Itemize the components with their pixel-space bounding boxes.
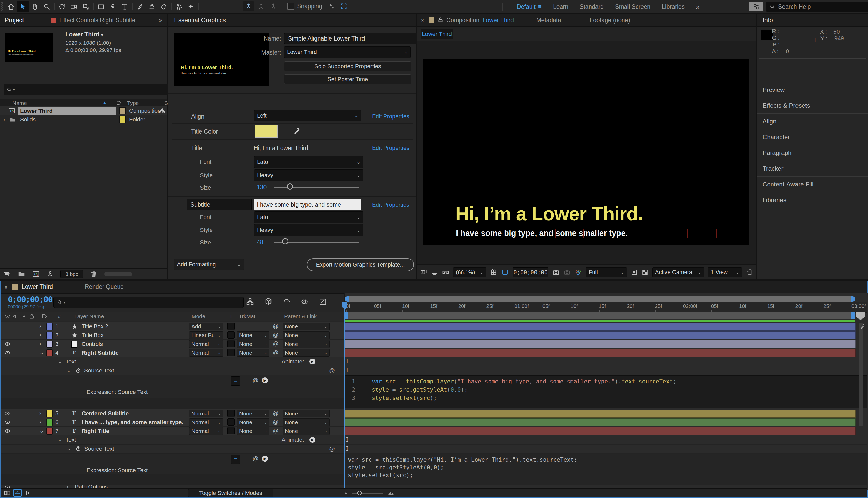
- keyframe-ibeam[interactable]: I: [346, 436, 349, 443]
- tool-pen[interactable]: [107, 1, 119, 12]
- tool-zoom[interactable]: [41, 1, 53, 12]
- layer-expand-chevron[interactable]: ›: [39, 419, 41, 425]
- comp-tab-name[interactable]: Lower Third: [483, 17, 514, 24]
- eg-name-input[interactable]: Simple Alignable Lower Third: [284, 33, 419, 44]
- layer-row-6[interactable]: ›6TI have ... type, and some smaller typ…: [1, 418, 344, 427]
- layer-parent-dropdown[interactable]: None⌄: [282, 349, 330, 357]
- tool-world-axis[interactable]: [256, 1, 266, 11]
- layer-t-switch[interactable]: [227, 323, 235, 330]
- tool-rotate[interactable]: [56, 1, 68, 12]
- tool-roto-brush[interactable]: [173, 1, 185, 12]
- view-layout-dropdown[interactable]: 1 View⌄: [708, 267, 742, 277]
- comp-panel-menu-icon[interactable]: ≡: [518, 16, 522, 24]
- add-formatting-dropdown[interactable]: Add Formatting⌄: [174, 259, 244, 270]
- tab-render-queue[interactable]: Render Queue: [85, 283, 124, 290]
- layer-label-swatch[interactable]: [47, 350, 53, 356]
- col-trkmat[interactable]: TrkMat: [239, 313, 255, 319]
- project-depth-button[interactable]: 8 bpc: [61, 270, 83, 278]
- title-font-dropdown[interactable]: Lato⌄: [254, 156, 363, 168]
- layer-row-1[interactable]: ›1Title Box 2Add⌄@None⌄: [1, 322, 344, 331]
- layer-expand-chevron[interactable]: ⌄: [39, 428, 44, 434]
- layer-label-swatch[interactable]: [47, 410, 53, 417]
- set-poster-time-button[interactable]: Set Poster Time: [284, 74, 411, 84]
- expression-code-line[interactable]: style.setText(src);: [372, 395, 437, 401]
- comp-subtitle-text[interactable]: I have some big type, and some smaller t…: [456, 228, 628, 238]
- comp-shy-toggle[interactable]: [13, 489, 22, 497]
- shy-layers-icon[interactable]: [282, 298, 291, 306]
- project-item-name[interactable]: Lower Third ▾: [65, 31, 103, 38]
- title-size-value[interactable]: 130: [257, 184, 267, 191]
- title-style-dropdown[interactable]: Heavy⌄: [254, 169, 363, 181]
- tab-info[interactable]: Info: [763, 16, 773, 24]
- delete-item-icon[interactable]: [90, 270, 98, 278]
- new-composition-icon[interactable]: [32, 270, 40, 278]
- text-expand-chevron[interactable]: ⌄: [58, 358, 62, 365]
- tool-eraser[interactable]: [158, 1, 170, 12]
- layer-row-3[interactable]: ›3ControlsNormal⌄None⌄@None⌄: [1, 340, 344, 349]
- interpret-footage-icon[interactable]: [3, 270, 11, 278]
- timeline-panel-menu-icon[interactable]: ≡: [59, 283, 63, 291]
- toggle-switches-modes-button[interactable]: Toggle Switches / Modes: [188, 489, 273, 497]
- tool-brush[interactable]: [134, 1, 146, 12]
- project-tab-overflow[interactable]: »: [159, 16, 162, 24]
- title-color-swatch[interactable]: [255, 124, 278, 138]
- parent-pickwhip-icon[interactable]: @: [273, 428, 278, 434]
- animate-menu-icon[interactable]: ▶: [310, 358, 315, 365]
- layer-label-swatch[interactable]: [47, 332, 53, 339]
- layer-name[interactable]: Title Box 2: [82, 323, 108, 330]
- expression-editor-right-subtitle[interactable]: 1var src = thisComp.layer("I have some b…: [345, 375, 867, 408]
- panel-header-content-aware-fill[interactable]: Content-Aware Fill: [757, 176, 868, 192]
- panel-header-preview[interactable]: Preview: [757, 82, 868, 97]
- layer-t-switch[interactable]: [227, 418, 235, 426]
- keyframe-ibeam[interactable]: I: [346, 446, 349, 452]
- navigator-start-handle[interactable]: [345, 296, 349, 302]
- workspace-standard[interactable]: Standard: [580, 3, 604, 10]
- title-size-slider-knob[interactable]: [287, 183, 293, 189]
- immersive-video-icon[interactable]: [442, 268, 449, 276]
- tool-hand[interactable]: [29, 1, 41, 12]
- parent-pickwhip-icon[interactable]: @: [273, 410, 278, 417]
- animate-menu-icon[interactable]: ▶: [310, 437, 315, 443]
- tool-home[interactable]: [5, 1, 17, 12]
- panel-header-character[interactable]: Character: [757, 129, 868, 145]
- expression-code-line[interactable]: style = src.getStyleAt(0,0);: [348, 464, 444, 471]
- workspace-libraries[interactable]: Libraries: [662, 3, 685, 10]
- eg-master-dropdown[interactable]: Lower Third⌄: [284, 47, 411, 58]
- layer-row-2[interactable]: ›2Title BoxLinear Bu⌄None⌄@None⌄: [1, 331, 344, 340]
- col-parent-link[interactable]: Parent & Link: [284, 313, 317, 319]
- layer-duration-bar[interactable]: [345, 418, 856, 427]
- expression-enable-icon[interactable]: =: [231, 376, 240, 385]
- tab-essential-graphics[interactable]: Essential Graphics: [174, 16, 226, 24]
- layer-trkmat-dropdown[interactable]: None⌄: [237, 418, 269, 426]
- expression-code-line[interactable]: var src = thisComp.layer("I have some bi…: [372, 378, 676, 384]
- timeline-zoom-knob[interactable]: [357, 490, 362, 495]
- project-item-thumbnail[interactable]: Hi, I'm a Lower Third. I have some big t…: [5, 32, 53, 62]
- time-ruler[interactable]: 0f05f10f15f20f25f01:00f05f10f15f20f25f02…: [345, 302, 867, 313]
- title-value[interactable]: Hi, I'm a Lower Third.: [254, 145, 310, 152]
- layer-trkmat-dropdown[interactable]: None⌄: [237, 427, 269, 435]
- comp-title-text[interactable]: Hi, I’m a Lower Third.: [456, 203, 643, 225]
- layer-parent-dropdown[interactable]: None⌄: [282, 427, 330, 435]
- layer-name[interactable]: I have ... type, and some smaller type.: [82, 419, 183, 426]
- expression-pickwhip-icon[interactable]: @: [253, 377, 258, 384]
- layer-mode-dropdown[interactable]: Normal⌄: [189, 418, 223, 426]
- timeline-tab-close-icon[interactable]: x: [5, 284, 8, 290]
- edit-properties-link[interactable]: Edit Properties: [372, 145, 409, 152]
- tool-puppet-pin[interactable]: [185, 1, 197, 12]
- toggle-mask-icon[interactable]: [501, 268, 509, 276]
- layer-name[interactable]: Controls: [82, 341, 103, 348]
- layer-expand-chevron[interactable]: ›: [39, 410, 41, 417]
- tool-cursor[interactable]: [17, 1, 29, 12]
- layer-t-switch[interactable]: [227, 410, 235, 417]
- parent-pickwhip-icon[interactable]: @: [273, 349, 278, 356]
- layer-mode-dropdown[interactable]: Add⌄: [189, 323, 223, 330]
- adjust-render-icon[interactable]: [47, 271, 54, 278]
- layer-eye-icon[interactable]: [4, 341, 11, 347]
- subtitle-font-dropdown[interactable]: Lato⌄: [254, 211, 363, 223]
- comp-tab-close-icon[interactable]: x: [421, 17, 424, 24]
- layer-label-swatch[interactable]: [47, 428, 53, 435]
- new-folder-icon[interactable]: [17, 270, 25, 278]
- work-area-bar[interactable]: [345, 312, 855, 319]
- timeline-vscrollbar[interactable]: [859, 323, 863, 426]
- project-col-type[interactable]: Type: [127, 100, 139, 106]
